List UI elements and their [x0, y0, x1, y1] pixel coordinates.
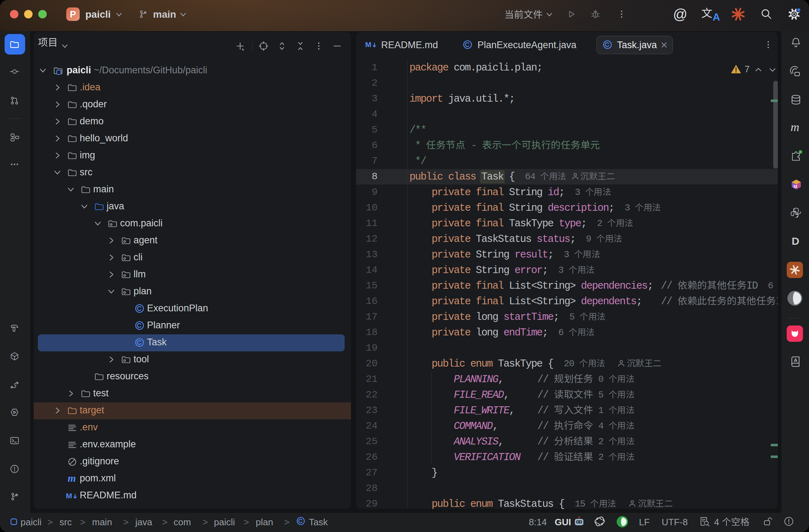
svg-text:D: D	[792, 235, 799, 247]
svg-text:m: m	[791, 122, 799, 134]
svg-text:M: M	[66, 492, 72, 500]
svg-text:M: M	[365, 40, 372, 49]
svg-text:M: M	[793, 184, 797, 189]
svg-text:A: A	[794, 357, 797, 363]
svg-text:m: m	[68, 474, 76, 484]
